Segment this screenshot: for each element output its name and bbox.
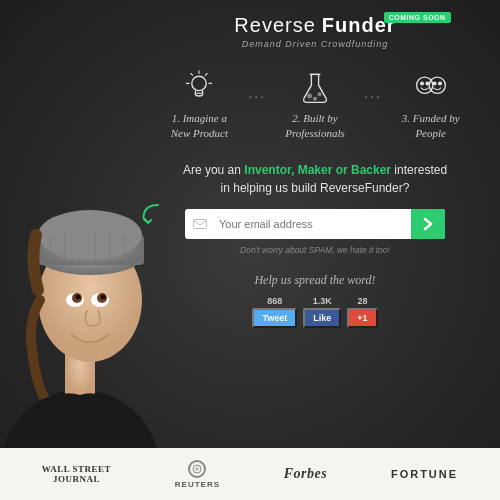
press-footer: WALL STREETJOURNAL REUTERS Forbes FORTUN…	[0, 448, 500, 500]
cta-text: Are you an Inventor, Maker or Backer int…	[145, 161, 485, 197]
social-buttons: 868 Tweet 1.3K Like 28 +1	[252, 296, 377, 328]
svg-point-28	[314, 97, 317, 100]
svg-point-38	[195, 467, 199, 471]
email-icon	[185, 219, 215, 229]
submit-button[interactable]	[411, 209, 445, 239]
svg-point-17	[101, 295, 106, 300]
faces-icon	[411, 67, 451, 107]
dots-2: ...	[360, 67, 386, 101]
svg-point-33	[429, 77, 445, 93]
svg-point-30	[416, 77, 432, 93]
svg-point-19	[192, 76, 206, 90]
wsj-logo: WALL STREETJOURNAL	[42, 464, 111, 484]
header: Reverse Funder COMING SOON Demand Driven…	[234, 14, 395, 49]
forbes-logo: Forbes	[284, 466, 327, 482]
email-form	[185, 209, 445, 239]
step-3: 3. Funded byPeople	[386, 67, 476, 141]
svg-point-31	[420, 82, 423, 85]
main-content: Reverse Funder COMING SOON Demand Driven…	[130, 0, 500, 500]
lightbulb-icon	[179, 67, 219, 107]
step-1: 1. Imagine aNew Product	[154, 67, 244, 141]
svg-point-34	[433, 82, 436, 85]
cta-highlight: Inventor, Maker or Backer	[244, 163, 391, 177]
svg-point-5	[38, 210, 142, 260]
plus-button[interactable]: +1	[347, 308, 377, 328]
step-1-text: 1. Imagine aNew Product	[171, 111, 228, 141]
step-2: 2. Built byProfessionals	[270, 67, 360, 141]
tweet-button-group: 868 Tweet	[252, 296, 297, 328]
email-input[interactable]	[215, 210, 411, 238]
flask-icon	[295, 67, 335, 107]
svg-point-16	[76, 295, 81, 300]
cta-section: Are you an Inventor, Maker or Backer int…	[130, 161, 500, 255]
step-3-text: 3. Funded byPeople	[402, 111, 460, 141]
tagline: Demand Driven Crowdfunding	[234, 39, 395, 49]
fortune-logo: FORTUNE	[391, 468, 458, 480]
svg-point-27	[308, 94, 312, 98]
svg-point-32	[426, 82, 429, 85]
svg-line-22	[206, 74, 208, 76]
coming-soon-badge: COMING SOON	[384, 12, 451, 23]
tweet-button[interactable]: Tweet	[252, 308, 297, 328]
svg-line-23	[191, 74, 193, 76]
reuters-logo: REUTERS	[175, 460, 220, 489]
spam-note: Don't worry about SPAM, we hate it too!	[145, 245, 485, 255]
svg-rect-36	[194, 219, 207, 228]
plus-count: 28	[357, 296, 367, 306]
spread-section: Help us spread the word! 868 Tweet 1.3K …	[252, 273, 377, 328]
dots-1: ...	[244, 67, 270, 101]
logo-reverse: Reverse	[234, 14, 315, 37]
step-2-text: 2. Built byProfessionals	[285, 111, 345, 141]
reuters-circle-icon	[188, 460, 206, 478]
spread-label: Help us spread the word!	[252, 273, 377, 288]
like-button[interactable]: Like	[303, 308, 341, 328]
svg-point-35	[438, 82, 441, 85]
plus-button-group: 28 +1	[347, 296, 377, 328]
svg-point-29	[318, 93, 321, 96]
steps-section: 1. Imagine aNew Product ... 2. Built byP…	[130, 67, 500, 141]
arrow-icon	[140, 202, 164, 230]
like-count: 1.3K	[313, 296, 332, 306]
logo: Reverse Funder COMING SOON	[234, 14, 395, 37]
tweet-count: 868	[267, 296, 282, 306]
like-button-group: 1.3K Like	[303, 296, 341, 328]
